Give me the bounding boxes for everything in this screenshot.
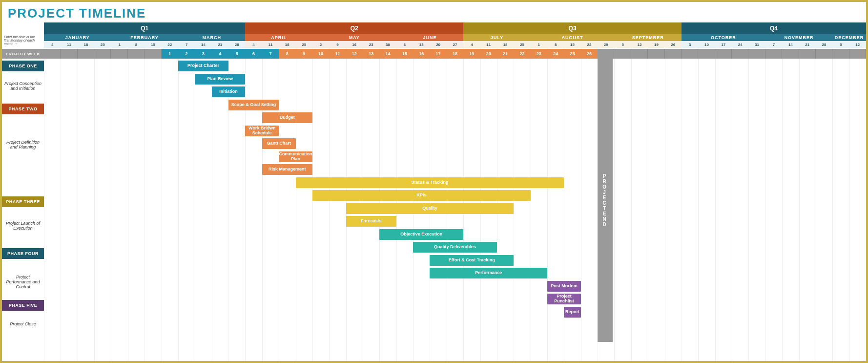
day-header: 14 bbox=[782, 41, 799, 48]
phase-description: Project Launch of Execution bbox=[2, 220, 44, 232]
gantt-bar[interactable]: Performance bbox=[430, 268, 547, 278]
week-number-cell: 6 bbox=[245, 49, 262, 59]
project-end-marker: PROJECT END bbox=[598, 59, 613, 342]
week-number-cell: 20 bbox=[480, 49, 497, 59]
day-header: 18 bbox=[279, 41, 295, 48]
day-header: 10 bbox=[698, 41, 715, 48]
week-number-cell: 2 bbox=[178, 49, 195, 59]
day-header: 31 bbox=[748, 41, 765, 48]
gantt-bar[interactable]: Scope & Goal Setting bbox=[228, 100, 279, 110]
month-header: MARCH bbox=[178, 34, 245, 41]
day-header: 13 bbox=[413, 41, 430, 48]
gantt-bar[interactable]: Forecasts bbox=[346, 216, 396, 227]
gantt-bar[interactable]: Budget bbox=[262, 112, 312, 123]
day-header: 1 bbox=[531, 41, 547, 48]
day-header: 12 bbox=[849, 41, 866, 48]
day-header: 19 bbox=[648, 41, 664, 48]
day-header: 25 bbox=[94, 41, 111, 48]
quarter-header: Q3 bbox=[463, 22, 682, 34]
quarter-header: Q1 bbox=[44, 22, 245, 34]
phase-description: Project Conception and Initiation bbox=[2, 80, 44, 92]
day-header: 7 bbox=[178, 41, 195, 48]
day-header: 8 bbox=[128, 41, 145, 48]
day-header: 16 bbox=[346, 41, 363, 48]
week-number-cell: 22 bbox=[514, 49, 530, 59]
day-header: 24 bbox=[732, 41, 748, 48]
day-header: 5 bbox=[614, 41, 631, 48]
week-number-cell: 16 bbox=[413, 49, 430, 59]
week-number-cell: 14 bbox=[379, 49, 396, 59]
day-header: 28 bbox=[816, 41, 832, 48]
month-header: DECEMBER bbox=[832, 34, 866, 41]
week-number-cell: 12 bbox=[346, 49, 363, 59]
day-header: 4 bbox=[245, 41, 262, 48]
week-number-cell: 5 bbox=[228, 49, 245, 59]
page-title: PROJECT TIMELINE bbox=[2, 2, 866, 25]
week-number-cell: 10 bbox=[312, 49, 329, 59]
week-number-cell: 21 bbox=[497, 49, 514, 59]
phase-label: PHASE FIVE bbox=[2, 300, 44, 311]
week-number-cell: 26 bbox=[581, 49, 598, 59]
day-header: 15 bbox=[145, 41, 161, 48]
day-header: 18 bbox=[497, 41, 514, 48]
month-header: APRIL bbox=[245, 34, 312, 41]
month-header: JUNE bbox=[396, 34, 463, 41]
gantt-bar[interactable]: Gantt Chart bbox=[262, 138, 296, 149]
date-entry-note: Enter the date of the first Monday of ea… bbox=[4, 35, 41, 45]
day-header: 21 bbox=[212, 41, 228, 48]
gantt-bar[interactable]: Initiation bbox=[212, 86, 246, 97]
day-header: 7 bbox=[765, 41, 782, 48]
week-number-cell: 7 bbox=[262, 49, 279, 59]
day-header: 20 bbox=[430, 41, 446, 48]
phase-label: PHASE ONE bbox=[2, 61, 44, 71]
month-header: NOVEMBER bbox=[765, 34, 832, 41]
phase-label: PHASE FOUR bbox=[2, 248, 44, 259]
day-header: 25 bbox=[514, 41, 530, 48]
day-header: 4 bbox=[44, 41, 61, 48]
week-number-cell: 25 bbox=[564, 49, 580, 59]
gantt-grid: Enter the date of the first Monday of ea… bbox=[2, 22, 866, 361]
day-header: 28 bbox=[228, 41, 245, 48]
day-header: 3 bbox=[682, 41, 698, 48]
week-number-cell: 4 bbox=[212, 49, 228, 59]
gantt-bar[interactable]: Project Charter bbox=[178, 61, 228, 71]
gantt-bar[interactable]: Quality bbox=[346, 203, 514, 214]
phase-label: PHASE TWO bbox=[2, 104, 44, 114]
week-number-cell: 11 bbox=[329, 49, 346, 59]
timeline-frame: PROJECT TIMELINE Enter the date of the f… bbox=[0, 0, 868, 363]
month-header: SEPTEMBER bbox=[614, 34, 681, 41]
week-number-cell: 18 bbox=[447, 49, 463, 59]
day-header: 12 bbox=[631, 41, 648, 48]
day-header: 27 bbox=[447, 41, 463, 48]
phase-description: Project Performance and Control bbox=[2, 274, 44, 290]
week-number-cell: 15 bbox=[396, 49, 413, 59]
month-header: JULY bbox=[463, 34, 530, 41]
day-header: 11 bbox=[61, 41, 77, 48]
gantt-bar[interactable]: Project Punchlist bbox=[547, 294, 581, 304]
gantt-bar[interactable]: KPIs bbox=[312, 190, 531, 201]
gantt-bar[interactable]: Post Mortem bbox=[547, 281, 581, 292]
gantt-bar[interactable]: Work Bridwn Schedule bbox=[245, 126, 279, 136]
gantt-bar[interactable]: Risk Management bbox=[262, 164, 312, 175]
month-header: MAY bbox=[312, 34, 396, 41]
day-header: 30 bbox=[379, 41, 396, 48]
week-number-cell: 3 bbox=[195, 49, 211, 59]
day-header: 5 bbox=[832, 41, 849, 48]
day-header: 15 bbox=[564, 41, 580, 48]
day-header: 8 bbox=[547, 41, 564, 48]
day-header: 22 bbox=[581, 41, 598, 48]
gantt-bar[interactable]: Report bbox=[564, 307, 580, 318]
week-number-cell: 19 bbox=[463, 49, 480, 59]
day-header: 1 bbox=[111, 41, 127, 48]
gantt-bar[interactable]: Status & Tracking bbox=[296, 177, 564, 188]
gantt-bar[interactable]: Objective Execution bbox=[379, 229, 463, 240]
quarter-header: Q4 bbox=[682, 22, 866, 34]
gantt-bar[interactable]: Quality Deliverables bbox=[413, 242, 497, 253]
week-number-cell: 17 bbox=[430, 49, 446, 59]
gantt-bar[interactable]: Effort & Cost Tracking bbox=[430, 255, 514, 266]
gantt-bar[interactable]: Communication Plan bbox=[279, 151, 312, 162]
gantt-bar[interactable]: Plan Review bbox=[195, 74, 245, 85]
week-number-cell: 13 bbox=[363, 49, 379, 59]
week-number-cell: 24 bbox=[547, 49, 564, 59]
day-header: 18 bbox=[78, 41, 94, 48]
